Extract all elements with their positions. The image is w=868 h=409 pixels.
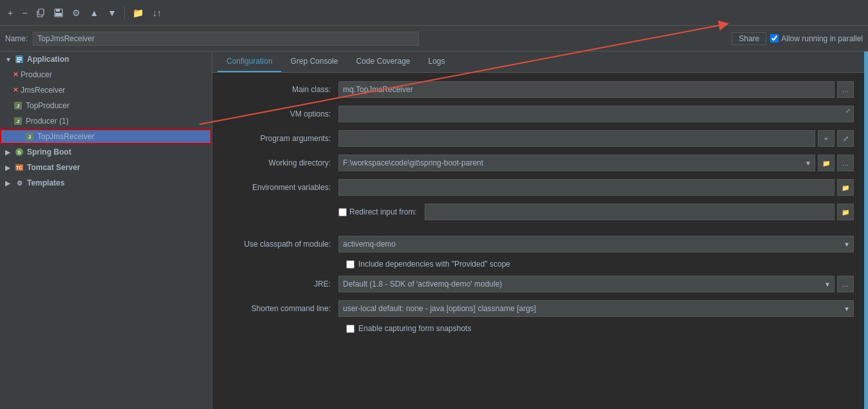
- include-deps-label[interactable]: Include dependencies with "Provided" sco…: [346, 260, 510, 269]
- name-bar: Name: Share Allow running in parallel: [0, 26, 868, 52]
- tab-logs[interactable]: Logs: [420, 52, 454, 72]
- topjmsreceiver-icon: J: [24, 131, 35, 142]
- svg-rect-6: [17, 57, 22, 59]
- sidebar: ▼ Application ✕ Producer ✕ JmsReceiver: [0, 52, 212, 409]
- toolbar: + − ⚙ ▲ ▼ 📁 ↓↑: [0, 0, 868, 26]
- shorten-cmd-select-inner: user-local default: none - java [options…: [338, 300, 854, 317]
- tab-configuration[interactable]: Configuration: [217, 52, 281, 72]
- allow-parallel-checkbox[interactable]: [770, 34, 779, 43]
- sidebar-group-springboot[interactable]: ▶ S Spring Boot: [0, 144, 212, 160]
- folder-button[interactable]: 📁: [130, 6, 146, 19]
- sidebar-item-jmsreceiver[interactable]: ✕ JmsReceiver: [0, 82, 212, 98]
- working-dir-label: Working directory:: [223, 158, 338, 167]
- sidebar-item-topproducer[interactable]: J TopProducer: [0, 98, 212, 113]
- program-args-add-btn[interactable]: +: [818, 130, 835, 147]
- error-icon-jmsreceiver: ✕: [13, 86, 18, 93]
- working-dir-row: Working directory: F:\workspace\code\git…: [223, 154, 854, 172]
- vm-options-input[interactable]: [338, 106, 854, 122]
- svg-rect-7: [17, 59, 22, 61]
- enable-snapshots-text: Enable capturing form snapshots: [358, 324, 471, 333]
- program-args-input[interactable]: [338, 130, 815, 147]
- main-content: ▼ Application ✕ Producer ✕ JmsReceiver: [0, 52, 868, 409]
- vm-options-label: VM options:: [223, 109, 338, 119]
- separator: [124, 6, 125, 19]
- remove-button[interactable]: −: [19, 6, 30, 19]
- add-button[interactable]: +: [5, 6, 15, 19]
- include-deps-checkbox[interactable]: [346, 260, 355, 269]
- redirect-input-row: Redirect input from: 📁: [223, 203, 854, 221]
- working-dir-browse-btn[interactable]: 📁: [818, 155, 835, 171]
- svg-rect-1: [39, 9, 44, 15]
- classpath-select-inner: activemq-demo ▼: [338, 236, 854, 252]
- application-label: Application: [27, 55, 69, 64]
- working-dir-select[interactable]: F:\workspace\code\git\spring-boot-parent: [338, 155, 815, 171]
- up-button[interactable]: ▲: [87, 6, 101, 19]
- application-icon: [14, 54, 24, 64]
- name-label: Name:: [5, 34, 28, 43]
- working-dir-extra-btn[interactable]: …: [837, 155, 854, 171]
- main-class-browse-btn[interactable]: …: [837, 81, 854, 98]
- jmsreceiver-label: JmsReceiver: [21, 86, 65, 95]
- redirect-input-label: Redirect input from:: [349, 207, 417, 216]
- redirect-input-field[interactable]: [425, 204, 835, 220]
- program-args-expand-btn[interactable]: ⤢: [837, 130, 854, 147]
- enable-snapshots-label[interactable]: Enable capturing form snapshots: [346, 324, 471, 333]
- sidebar-group-application[interactable]: ▼ Application: [0, 52, 212, 67]
- svg-text:J: J: [28, 134, 31, 140]
- expand-arrow-application: ▼: [5, 56, 12, 63]
- sidebar-group-tomcat[interactable]: ▶ TC Tomcat Server: [0, 160, 212, 175]
- vm-options-expand-btn[interactable]: ⤢: [844, 107, 853, 115]
- redirect-checkbox[interactable]: [338, 208, 347, 216]
- templates-icon: ⚙: [14, 178, 24, 188]
- copy-button[interactable]: [33, 7, 48, 19]
- right-accent-strip: [864, 52, 868, 409]
- jre-row: JRE: Default (1.8 - SDK of 'activemq-dem…: [223, 275, 854, 293]
- allow-parallel-label[interactable]: Allow running in parallel: [770, 34, 863, 43]
- main-class-wrapper: …: [338, 81, 854, 98]
- expand-arrow-tomcat: ▶: [5, 164, 12, 171]
- share-button[interactable]: Share: [732, 32, 766, 45]
- jre-label: JRE:: [223, 280, 338, 289]
- expand-arrow-springboot: ▶: [5, 149, 12, 156]
- jre-wrapper: Default (1.8 - SDK of 'activemq-demo' mo…: [338, 276, 854, 292]
- share-area: Share Allow running in parallel: [732, 32, 863, 45]
- producer1-icon: J: [13, 116, 23, 126]
- sidebar-group-templates[interactable]: ▶ ⚙ Templates: [0, 175, 212, 191]
- classpath-wrapper: activemq-demo ▼: [338, 236, 854, 252]
- classpath-select[interactable]: activemq-demo: [338, 236, 854, 252]
- name-input[interactable]: [33, 32, 419, 46]
- vm-options-row: VM options: ⤢: [223, 105, 854, 123]
- sidebar-item-producer1[interactable]: J Producer (1): [0, 113, 212, 129]
- save-button[interactable]: [51, 7, 66, 19]
- vm-options-wrapper: ⤢: [338, 106, 854, 122]
- jre-select[interactable]: Default (1.8 - SDK of 'activemq-demo' mo…: [338, 276, 835, 292]
- topproducer-label: TopProducer: [26, 101, 69, 110]
- svg-rect-8: [17, 61, 20, 62]
- enable-snapshots-checkbox[interactable]: [346, 325, 355, 333]
- enable-snapshots-row: Enable capturing form snapshots: [346, 324, 854, 333]
- tab-grep-console[interactable]: Grep Console: [281, 52, 347, 72]
- shorten-cmd-select[interactable]: user-local default: none - java [options…: [338, 300, 854, 317]
- redirect-browse-btn[interactable]: 📁: [837, 204, 854, 220]
- down-button[interactable]: ▼: [105, 6, 119, 19]
- producer-label: Producer: [21, 70, 52, 79]
- env-vars-input[interactable]: [338, 179, 835, 196]
- env-vars-browse-btn[interactable]: 📁: [837, 179, 854, 196]
- jre-browse-btn[interactable]: …: [837, 276, 854, 292]
- sidebar-item-producer[interactable]: ✕ Producer: [0, 67, 212, 82]
- sort-button[interactable]: ↓↑: [150, 6, 164, 19]
- main-class-row: Main class: …: [223, 81, 854, 99]
- config-panel: Configuration Grep Console Code Coverage…: [212, 52, 864, 409]
- svg-rect-3: [56, 9, 60, 12]
- svg-rect-4: [55, 13, 62, 16]
- jre-select-inner: Default (1.8 - SDK of 'activemq-demo' mo…: [338, 276, 835, 292]
- working-dir-select-inner: F:\workspace\code\git\spring-boot-parent…: [338, 155, 815, 171]
- settings-button[interactable]: ⚙: [69, 6, 83, 19]
- classpath-label: Use classpath of module:: [223, 240, 338, 249]
- working-dir-wrapper: F:\workspace\code\git\spring-boot-parent…: [338, 155, 854, 171]
- shorten-cmd-wrapper: user-local default: none - java [options…: [338, 300, 854, 317]
- tab-code-coverage[interactable]: Code Coverage: [347, 52, 419, 72]
- main-class-input[interactable]: [338, 81, 835, 98]
- sidebar-item-topjmsreceiver[interactable]: J TopJmsReceiver: [0, 129, 212, 144]
- program-args-label: Program arguments:: [223, 134, 338, 143]
